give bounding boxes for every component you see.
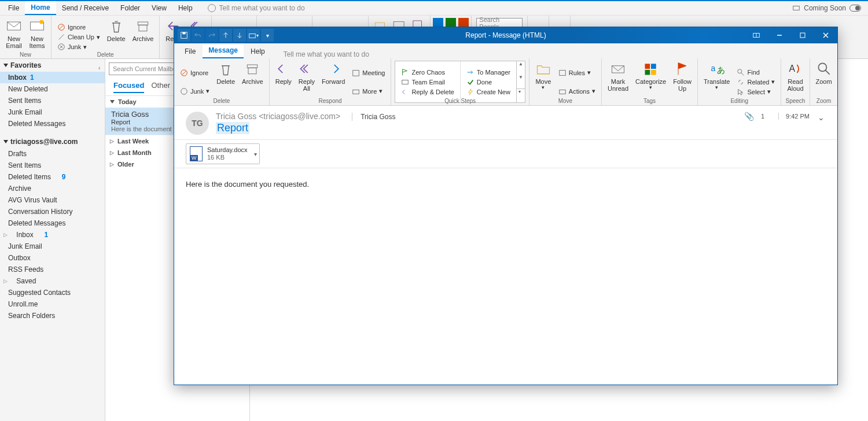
- cleanup-button[interactable]: Clean Up ▾: [56, 32, 101, 42]
- quick-access-toolbar: ▾ ▾: [174, 29, 274, 42]
- msg-group-speech-label: Speech: [781, 98, 809, 104]
- ignore-button[interactable]: Ignore: [56, 23, 101, 32]
- trash-icon: [218, 61, 234, 77]
- tab-file[interactable]: File: [2, 2, 25, 14]
- msg-more-button[interactable]: More ▾: [351, 87, 386, 96]
- reply-all-icon: [299, 61, 315, 77]
- qs-done[interactable]: Done: [465, 77, 512, 87]
- fav-deleted-msgs[interactable]: Deleted Messages: [0, 118, 105, 130]
- folder-outbox[interactable]: Outbox: [0, 252, 105, 264]
- ribbon-display-button[interactable]: [745, 27, 768, 43]
- favorites-header[interactable]: Favorites: [0, 59, 105, 72]
- folder-inbox[interactable]: ▷ Inbox 1: [0, 229, 105, 241]
- folder-unroll[interactable]: Unroll.me: [0, 298, 105, 310]
- folder-drafts[interactable]: Drafts: [0, 148, 105, 160]
- msg-tab-file[interactable]: File: [179, 45, 201, 58]
- related-button[interactable]: Related ▾: [735, 77, 776, 87]
- link-icon: [737, 78, 745, 86]
- next-item-button[interactable]: [233, 29, 246, 42]
- tab-focused[interactable]: Focused: [113, 81, 144, 93]
- account-header[interactable]: triciagoss@live.com: [0, 135, 105, 148]
- junk-icon: [57, 43, 65, 51]
- message-titlebar[interactable]: ▾ ▾ Report - Message (HTML): [174, 27, 837, 43]
- msg-tell-me[interactable]: Tell me what you want to do: [280, 50, 369, 58]
- msg-tab-message[interactable]: Message: [203, 43, 244, 58]
- redo-button[interactable]: [205, 29, 218, 42]
- sender-avatar[interactable]: TG: [186, 112, 209, 135]
- message-body[interactable]: Here is the document you requested.: [174, 168, 837, 385]
- msg-ignore-button[interactable]: Ignore: [179, 68, 211, 77]
- msg-actions-button[interactable]: Actions ▾: [557, 87, 597, 96]
- qs-scroll-down[interactable]: ▼: [517, 75, 525, 88]
- fav-new-deleted[interactable]: New Deleted: [0, 83, 105, 95]
- msg-rules-button[interactable]: Rules ▾: [557, 68, 597, 77]
- tab-other[interactable]: Other: [151, 81, 170, 93]
- folder-suggested[interactable]: Suggested Contacts: [0, 287, 105, 298]
- fav-sent[interactable]: Sent Items: [0, 95, 105, 106]
- close-button[interactable]: [814, 27, 837, 43]
- qs-scroll-up[interactable]: ▲: [517, 61, 525, 75]
- chevron-right-icon: ▷: [110, 161, 114, 167]
- chevron-down-icon: [110, 100, 115, 104]
- folder-archive[interactable]: Archive: [0, 183, 105, 194]
- chevron-down-icon: [3, 140, 8, 143]
- lightning-icon: [466, 88, 475, 96]
- folder-saved[interactable]: ▷ Saved: [0, 275, 105, 287]
- select-button[interactable]: Select ▾: [735, 87, 776, 97]
- nav-collapse-button[interactable]: ‹: [98, 65, 100, 71]
- subject-line: Report: [216, 122, 249, 134]
- folder-search[interactable]: Search Folders: [0, 310, 105, 322]
- junk-button[interactable]: Junk ▾: [56, 42, 101, 51]
- folder-conv-history[interactable]: Conversation History: [0, 206, 105, 217]
- msg-junk-button[interactable]: Junk ▾: [179, 87, 211, 96]
- tab-home[interactable]: Home: [25, 1, 56, 15]
- folder-sent[interactable]: Sent Items: [0, 160, 105, 171]
- forward-icon: [325, 61, 341, 77]
- qs-to-manager[interactable]: To Manager: [465, 68, 512, 77]
- svg-rect-16: [249, 34, 256, 38]
- attachment-chip[interactable]: Saturday.docx 16 KB ▾: [186, 143, 260, 164]
- maximize-button[interactable]: [791, 27, 814, 43]
- msg-tab-help[interactable]: Help: [245, 45, 271, 58]
- folder-icon: [535, 61, 551, 77]
- msg-group-move-label: Move: [529, 98, 601, 104]
- fav-inbox[interactable]: Inbox1: [0, 72, 105, 83]
- message-ribbon-tabs: File Message Help Tell me what you want …: [174, 43, 837, 58]
- qat-move-button[interactable]: ▾: [247, 29, 260, 42]
- msg-meeting-button[interactable]: Meeting: [351, 68, 386, 77]
- qs-zero-chaos[interactable]: Zero Chaos: [400, 68, 455, 77]
- tab-send-receive[interactable]: Send / Receive: [56, 2, 115, 14]
- tab-view[interactable]: View: [146, 2, 172, 14]
- find-button[interactable]: Find: [735, 68, 776, 77]
- folder-avg[interactable]: AVG Virus Vault: [0, 194, 105, 206]
- save-button[interactable]: [178, 29, 190, 42]
- search-icon: [737, 68, 745, 76]
- folder-junk[interactable]: Junk Email: [0, 241, 105, 252]
- chevron-down-icon: ▾: [266, 32, 269, 39]
- svg-rect-33: [645, 70, 650, 75]
- to-line: Tricia Goss: [352, 113, 395, 121]
- tab-help[interactable]: Help: [172, 2, 198, 14]
- expand-header-button[interactable]: ⌄: [816, 112, 826, 123]
- svg-line-41: [825, 71, 829, 75]
- svg-point-37: [738, 69, 742, 73]
- qat-customize-button[interactable]: ▾: [261, 29, 274, 42]
- qs-create-new[interactable]: Create New: [465, 87, 512, 97]
- fav-junk[interactable]: Junk Email: [0, 106, 105, 118]
- reply-icon: [275, 61, 292, 77]
- svg-point-40: [818, 63, 826, 71]
- tab-folder[interactable]: Folder: [115, 2, 146, 14]
- msg-group-delete-label: Delete: [174, 98, 269, 104]
- maximize-icon: [799, 32, 806, 39]
- prev-item-button[interactable]: [219, 29, 232, 42]
- trash-icon: [108, 18, 124, 34]
- minimize-button[interactable]: [768, 27, 791, 43]
- folder-rss[interactable]: RSS Feeds: [0, 264, 105, 275]
- qs-team-email[interactable]: Team Email: [400, 77, 455, 87]
- tell-me-search[interactable]: Tell me what you want to do: [208, 4, 305, 12]
- check-icon: [466, 78, 475, 86]
- folder-deleted-items[interactable]: Deleted Items 9: [0, 171, 105, 183]
- qs-reply-delete[interactable]: Reply & Delete: [400, 87, 455, 97]
- folder-deleted-msgs[interactable]: Deleted Messages: [0, 217, 105, 229]
- undo-button[interactable]: [192, 29, 204, 42]
